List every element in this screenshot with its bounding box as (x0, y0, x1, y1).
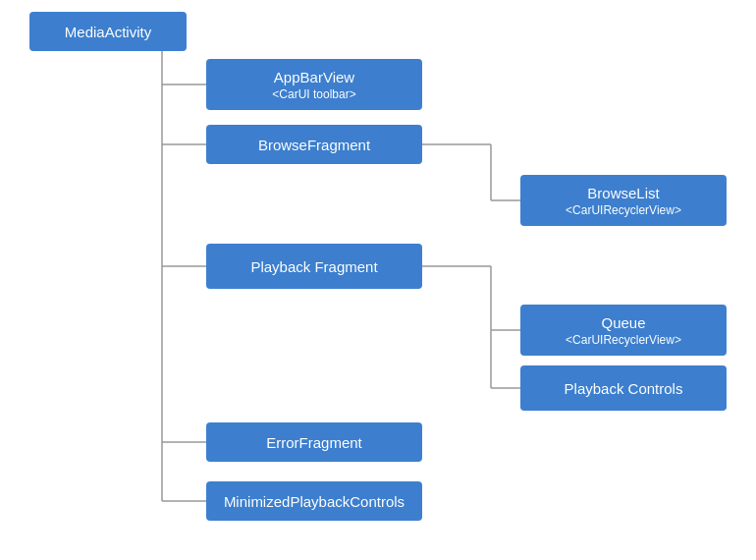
browse-fragment-label: BrowseFragment (258, 137, 370, 153)
error-fragment-label: ErrorFragment (266, 434, 362, 451)
app-bar-view-node: AppBarView <CarUI toolbar> (206, 59, 422, 110)
playback-controls-label: Playback Controls (565, 380, 683, 397)
playback-fragment-node: Playback Fragment (206, 244, 422, 289)
media-activity-label: MediaActivity (65, 24, 151, 40)
browse-list-node: BrowseList <CarUIRecyclerView> (520, 175, 727, 226)
browse-list-subtitle: <CarUIRecyclerView> (566, 203, 681, 217)
diagram: MediaActivity AppBarView <CarUI toolbar>… (0, 0, 756, 560)
minimized-playback-controls-node: MinimizedPlaybackControls (206, 481, 422, 521)
browse-fragment-node: BrowseFragment (206, 125, 422, 164)
app-bar-view-subtitle: <CarUI toolbar> (272, 87, 355, 101)
error-fragment-node: ErrorFragment (206, 422, 422, 462)
queue-label: Queue (601, 314, 645, 331)
playback-fragment-label: Playback Fragment (250, 258, 377, 275)
browse-list-label: BrowseList (587, 185, 659, 201)
queue-subtitle: <CarUIRecyclerView> (566, 333, 681, 347)
playback-controls-node: Playback Controls (520, 365, 727, 411)
app-bar-view-label: AppBarView (274, 69, 354, 85)
media-activity-node: MediaActivity (29, 12, 187, 51)
queue-node: Queue <CarUIRecyclerView> (520, 305, 727, 356)
minimized-playback-controls-label: MinimizedPlaybackControls (224, 493, 405, 510)
